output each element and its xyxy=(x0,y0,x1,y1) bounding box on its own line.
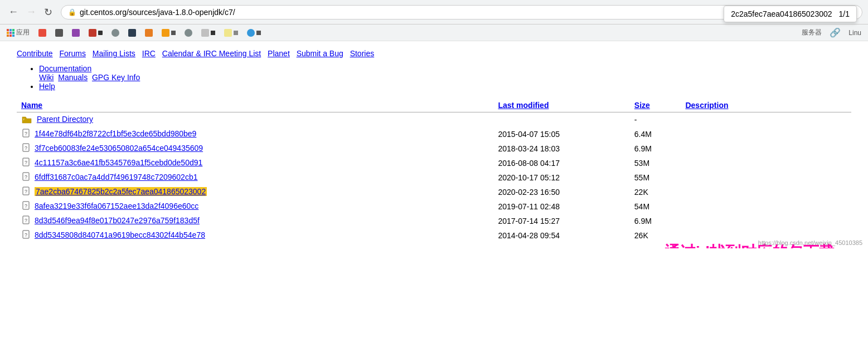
bm-favicon-8 xyxy=(162,29,169,37)
header-modified-link[interactable]: Last modified xyxy=(498,101,549,110)
nav-link-forums[interactable]: Forums xyxy=(59,49,85,58)
file-icon: ? xyxy=(21,215,32,227)
svg-text:?: ? xyxy=(25,131,27,136)
nav-link-bug[interactable]: Submit a Bug xyxy=(297,49,343,58)
doc-gpg[interactable]: GPG Key Info xyxy=(92,73,140,82)
table-row: ? 4c11157a3c6ae41fb5345769a1f5cebd0de50d… xyxy=(17,156,851,170)
file-table: Name Last modified Size Description xyxy=(17,99,851,243)
bookmark-apps[interactable]: 应用 xyxy=(4,27,32,38)
back-button[interactable]: ← xyxy=(6,5,21,19)
bm-favicon-9 xyxy=(185,29,192,37)
parent-dir-modified xyxy=(493,112,629,127)
watermark: https://blog.csdn.net/weixin_45010385 xyxy=(758,239,862,246)
file-modified: 2015-04-07 15:05 xyxy=(493,127,629,141)
help-link[interactable]: Help xyxy=(39,82,55,91)
file-link[interactable]: 8dd5345808d840741a9619becc84302f44b54e78 xyxy=(35,230,205,239)
file-link[interactable]: 8afea3219e33f6fa067152aee13da2f4096e60cc xyxy=(35,202,198,210)
file-link[interactable]: 6fdff31687c0ac7a4dd7f49619748c7209602cb1 xyxy=(35,173,197,182)
table-row: ? 3f7ceb60083fe24e530650802a654ce0494356… xyxy=(17,141,851,156)
bookmark-item-2[interactable] xyxy=(53,28,65,38)
bm-favicon-2 xyxy=(55,29,63,37)
browser-chrome: ← → ↻ 🔒 git.centos.org/sources/java-1.8.… xyxy=(0,0,868,24)
svg-text:?: ? xyxy=(25,203,27,209)
file-name-cell: ? 7ae2cba67467825b2c2a5fec7aea0418650230… xyxy=(17,185,493,199)
bm-favicon-11 xyxy=(224,29,232,37)
nav-link-stories[interactable]: Stories xyxy=(350,49,375,58)
parent-dir-link[interactable]: Parent Directory xyxy=(37,115,93,124)
doc-item: Documentation Wiki Manuals GPG Key Info xyxy=(39,64,851,82)
bookmark-server[interactable]: 服务器 xyxy=(799,27,824,38)
bm-sub-icon3 xyxy=(211,31,215,35)
bm-sub-icon xyxy=(98,31,103,35)
header-desc-link[interactable]: Description xyxy=(685,101,728,110)
file-icon: ? xyxy=(21,129,32,140)
file-link[interactable]: 7ae2cba67467825b2c2a5fec7aea041865023002 xyxy=(35,187,207,196)
file-size: 53M xyxy=(630,156,681,170)
table-row: ? 1f44e78df64b2f8722cf1bf5e3cde65bdd980b… xyxy=(17,127,851,141)
svg-text:?: ? xyxy=(25,145,27,151)
bm-favicon-12 xyxy=(247,29,255,37)
nav-links-top: Contribute Forums Mailing Lists IRC Cale… xyxy=(17,47,851,61)
nav-link-mailing[interactable]: Mailing Lists xyxy=(93,49,135,58)
bookmark-linu[interactable]: Linu xyxy=(846,28,864,38)
bookmark-item-1[interactable] xyxy=(36,28,49,38)
doc-link-title[interactable]: Documentation xyxy=(39,64,91,73)
header-size-link[interactable]: Size xyxy=(634,101,650,110)
header-name: Name xyxy=(17,99,493,112)
bookmark-item-5[interactable] xyxy=(109,28,122,38)
header-desc: Description xyxy=(681,99,851,112)
file-link[interactable]: 3f7ceb60083fe24e530650802a654ce049435609 xyxy=(35,144,203,153)
link-icon: 🔗 xyxy=(830,27,841,38)
parent-dir-desc xyxy=(681,112,851,127)
file-modified: 2018-03-24 18:03 xyxy=(493,141,629,156)
file-modified: 2020-02-23 16:50 xyxy=(493,185,629,199)
table-row: ? 6fdff31687c0ac7a4dd7f49619748c7209602c… xyxy=(17,170,851,185)
file-link[interactable]: 4c11157a3c6ae41fb5345769a1f5cebd0de50d91 xyxy=(35,158,202,167)
bm-favicon-3 xyxy=(72,29,80,37)
parent-dir-icon xyxy=(21,114,32,125)
file-icon: ? xyxy=(21,230,32,241)
file-size: 26K xyxy=(630,228,681,243)
header-name-link[interactable]: Name xyxy=(21,101,42,110)
parent-dir-cell: Parent Directory xyxy=(17,112,493,127)
bookmark-item-3[interactable] xyxy=(70,28,82,38)
file-link[interactable]: 1f44e78df64b2f8722cf1bf5e3cde65bdd980be9 xyxy=(35,129,196,138)
svg-text:?: ? xyxy=(25,189,27,194)
file-desc xyxy=(681,214,851,228)
header-size: Size xyxy=(630,99,681,112)
nav-link-contribute[interactable]: Contribute xyxy=(17,49,53,58)
bookmark-item-12[interactable] xyxy=(245,28,263,38)
bm-sub-icon5 xyxy=(256,31,261,35)
doc-wiki[interactable]: Wiki xyxy=(39,73,54,82)
doc-manuals[interactable]: Manuals xyxy=(58,73,88,82)
bookmark-apps-label: 应用 xyxy=(16,28,30,37)
file-link[interactable]: 8d3d546f9ea94f8e017b0247e2976a759f183d5f xyxy=(35,216,200,225)
lock-icon: 🔒 xyxy=(68,8,76,16)
svg-text:?: ? xyxy=(25,232,27,238)
nav-buttons: ← → ↻ xyxy=(6,5,55,19)
file-name-cell: ? 8d3d546f9ea94f8e017b0247e2976a759f183d… xyxy=(17,214,493,228)
nav-link-planet[interactable]: Planet xyxy=(268,49,290,58)
table-row: ? 8dd5345808d840741a9619becc84302f44b54e… xyxy=(17,228,851,243)
bookmark-link-icon[interactable]: 🔗 xyxy=(827,26,843,39)
bookmark-item-6[interactable] xyxy=(126,28,138,38)
file-desc xyxy=(681,199,851,214)
nav-link-calendar[interactable]: Calendar & IRC Meeting List xyxy=(162,49,261,58)
bookmark-item-7[interactable] xyxy=(143,28,155,38)
bookmark-item-4[interactable] xyxy=(86,28,105,38)
bookmark-item-10[interactable] xyxy=(199,28,217,38)
bm-favicon-5 xyxy=(111,29,119,37)
apps-grid-icon xyxy=(7,29,14,37)
file-modified: 2019-07-11 02:48 xyxy=(493,199,629,214)
bookmark-item-8[interactable] xyxy=(159,28,178,38)
file-name-cell: ? 4c11157a3c6ae41fb5345769a1f5cebd0de50d… xyxy=(17,156,493,170)
file-size: 22K xyxy=(630,185,681,199)
nav-link-irc[interactable]: IRC xyxy=(142,49,156,58)
file-name-cell: ? 8dd5345808d840741a9619becc84302f44b54e… xyxy=(17,228,493,243)
file-modified: 2016-08-08 04:17 xyxy=(493,156,629,170)
forward-button[interactable]: → xyxy=(23,5,39,19)
bookmark-item-9[interactable] xyxy=(182,28,195,38)
refresh-button[interactable]: ↻ xyxy=(41,5,55,19)
file-name-cell: ? 3f7ceb60083fe24e530650802a654ce0494356… xyxy=(17,141,493,156)
bookmark-item-11[interactable] xyxy=(222,28,240,38)
